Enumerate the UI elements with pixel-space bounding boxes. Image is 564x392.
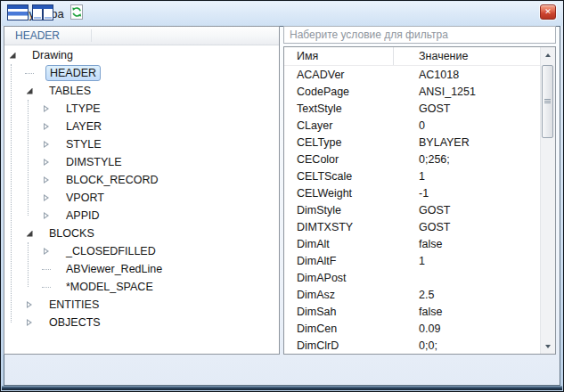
- collapse-icon[interactable]: [41, 157, 52, 167]
- vertical-scrollbar[interactable]: [540, 47, 555, 354]
- property-value: 0;0;: [394, 339, 540, 352]
- leaf-stub-icon: [41, 264, 52, 274]
- table-row[interactable]: CLayer 0: [284, 117, 540, 134]
- table-row[interactable]: DimCen 0.09: [284, 320, 540, 337]
- tree-item-vport[interactable]: VPORT: [4, 189, 279, 207]
- collapse-icon[interactable]: [41, 103, 52, 114]
- tree-item-label: APPID: [66, 209, 100, 222]
- structure-window: Структура ✕: [0, 0, 564, 392]
- tree-column-header[interactable]: HEADER: [4, 27, 279, 45]
- property-name: DimAsz: [284, 289, 394, 301]
- tree-item-ltype[interactable]: LTYPE: [4, 100, 279, 118]
- table-row[interactable]: DimAltF 1: [284, 252, 540, 269]
- scrollbar-grip-icon: [544, 99, 551, 104]
- table-row[interactable]: DimSah false: [284, 303, 540, 320]
- property-name: DimCen: [284, 323, 394, 335]
- tree-item-label: BLOCK_RECORD: [66, 174, 159, 186]
- table-row[interactable]: CodePage ANSI_1251: [284, 83, 540, 100]
- tree-item-entities[interactable]: ENTITIES: [4, 296, 279, 314]
- property-name: CELType: [284, 136, 394, 149]
- expand-icon[interactable]: [24, 86, 35, 96]
- tree-item-label: ENTITIES: [49, 298, 99, 311]
- property-name: CLayer: [284, 119, 394, 132]
- property-value: GOST: [394, 102, 540, 115]
- tree-item-label: LAYER: [66, 120, 102, 133]
- scroll-up-button[interactable]: [541, 47, 555, 62]
- collapse-icon[interactable]: [24, 317, 35, 328]
- table-row[interactable]: DIMTXSTY GOST: [284, 218, 540, 235]
- table-row[interactable]: CELWeight -1: [284, 184, 540, 201]
- expand-icon[interactable]: [24, 228, 35, 239]
- tree-item-label: *MODEL_SPACE: [66, 281, 153, 293]
- property-value: -1: [394, 187, 540, 200]
- table-row[interactable]: CELType BYLAYER: [284, 134, 540, 151]
- arrow-down-icon: [545, 345, 551, 348]
- tree-item-header[interactable]: HEADER: [4, 64, 279, 82]
- tree-item-dimstyle[interactable]: DIMSTYLE: [4, 153, 279, 171]
- arrow-up-icon: [545, 53, 551, 57]
- tree-item-drawing[interactable]: Drawing: [4, 46, 279, 64]
- window-frame-bottom: [2, 386, 562, 390]
- split-horizontal-button[interactable]: [5, 3, 30, 24]
- split-horizontal-icon: [7, 4, 29, 23]
- table-row[interactable]: ACADVer AC1018: [284, 66, 540, 83]
- collapse-icon[interactable]: [41, 139, 52, 150]
- filter-input[interactable]: [283, 26, 556, 44]
- tree-item-abviewer-redline[interactable]: ABViewer_RedLine: [4, 260, 279, 278]
- split-vertical-button[interactable]: [30, 3, 55, 24]
- collapse-icon[interactable]: [41, 210, 52, 221]
- tree-item-tables[interactable]: TABLES: [4, 82, 279, 100]
- table-row[interactable]: DimAsz 2.5: [284, 286, 540, 303]
- scroll-down-button[interactable]: [541, 339, 555, 354]
- leaf-stub-icon: [24, 68, 35, 78]
- tree-item-model-space[interactable]: *MODEL_SPACE: [4, 278, 279, 296]
- property-name: CELTScale: [284, 170, 394, 183]
- property-name: CodePage: [284, 86, 394, 98]
- property-value: false: [394, 306, 540, 318]
- table-row[interactable]: DimClrD 0;0;: [284, 337, 540, 354]
- tree-item-layer[interactable]: LAYER: [4, 118, 279, 135]
- property-value: 0: [394, 119, 540, 132]
- property-name: DimSah: [284, 306, 394, 318]
- close-icon: ✕: [544, 7, 552, 16]
- close-button[interactable]: ✕: [540, 4, 556, 20]
- expand-icon[interactable]: [7, 50, 18, 61]
- tree-item-label: BLOCKS: [49, 227, 94, 240]
- tree-item-label: DIMSTYLE: [66, 156, 122, 168]
- property-value: 2.5: [394, 289, 540, 301]
- property-value: ANSI_1251: [394, 86, 540, 98]
- table-row[interactable]: DimStyle GOST: [284, 201, 540, 218]
- tree-item-block-record[interactable]: BLOCK_RECORD: [4, 171, 279, 189]
- tree-item-closedfilled[interactable]: _CLOSEDFILLED: [4, 242, 279, 260]
- collapse-icon[interactable]: [41, 175, 52, 185]
- collapse-icon[interactable]: [41, 121, 52, 132]
- properties-panel: Имя Значение ACADVer AC1018 CodePage ANS…: [283, 26, 556, 355]
- tree-item-label: TABLES: [49, 85, 91, 97]
- column-header-name[interactable]: Имя: [284, 47, 394, 65]
- table-row[interactable]: CELTScale 1: [284, 167, 540, 184]
- collapse-icon[interactable]: [24, 299, 35, 310]
- property-grid-rows: Имя Значение ACADVer AC1018 CodePage ANS…: [284, 47, 540, 354]
- property-name: DimAltF: [284, 255, 394, 267]
- property-value: 0.09: [394, 323, 540, 335]
- column-header-value[interactable]: Значение: [394, 47, 540, 65]
- refresh-icon: [69, 4, 85, 23]
- property-name: CELWeight: [284, 187, 394, 200]
- tree-item-style[interactable]: STYLE: [4, 135, 279, 153]
- table-row[interactable]: CEColor 0;256;: [284, 151, 540, 167]
- tree-item-objects[interactable]: OBJECTS: [4, 314, 279, 331]
- property-value: GOST: [394, 221, 540, 233]
- refresh-button[interactable]: [64, 3, 89, 24]
- tree-item-appid[interactable]: APPID: [4, 207, 279, 225]
- property-name: CEColor: [284, 153, 394, 166]
- table-row[interactable]: TextStyle GOST: [284, 100, 540, 117]
- collapse-icon[interactable]: [41, 246, 52, 257]
- tree-item-blocks[interactable]: BLOCKS: [4, 225, 279, 242]
- scrollbar-thumb[interactable]: [542, 65, 553, 138]
- tree-item-label: ABViewer_RedLine: [66, 263, 162, 275]
- tree-item-label: VPORT: [66, 192, 104, 204]
- property-name: DimStyle: [284, 204, 394, 216]
- collapse-icon[interactable]: [41, 192, 52, 203]
- table-row[interactable]: DimAPost: [284, 269, 540, 286]
- table-row[interactable]: DimAlt false: [284, 235, 540, 252]
